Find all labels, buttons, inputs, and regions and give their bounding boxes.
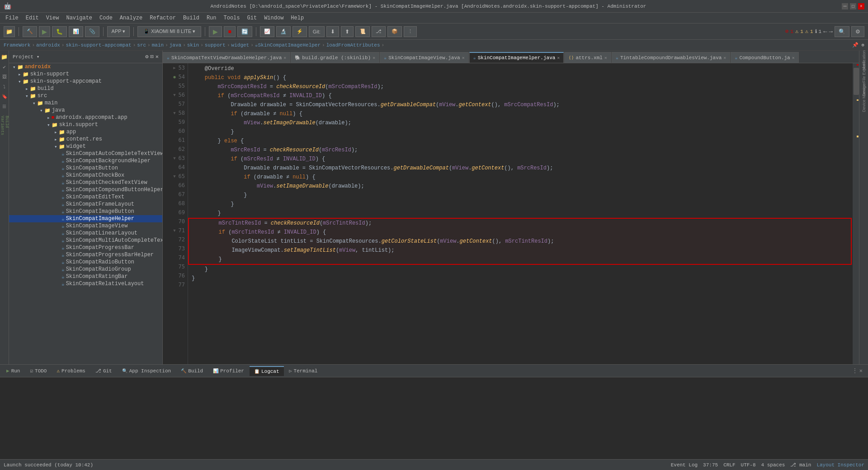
- tree-item-androidx[interactable]: ▾ 📁 androidx: [9, 63, 162, 70]
- coverage-btn[interactable]: 📈: [260, 26, 274, 37]
- tree-item-file-15[interactable]: ☕ SkinCompatRadioButton: [9, 258, 162, 266]
- tree-item-src[interactable]: ▾ 📁 src: [9, 92, 162, 99]
- bc-framework[interactable]: FrameWork: [4, 42, 30, 48]
- nav-forward-btn[interactable]: →: [829, 28, 833, 35]
- status-position[interactable]: 37:75: [703, 462, 718, 468]
- panel-settings-icon[interactable]: ⚙: [145, 53, 148, 60]
- tab-close[interactable]: ✕: [283, 55, 286, 61]
- tab-close[interactable]: ✕: [792, 55, 795, 61]
- tree-item-file-2[interactable]: ☕ SkinCompatButton: [9, 164, 162, 172]
- fold-icon[interactable]: ▼: [173, 111, 175, 115]
- vcs-push-btn[interactable]: ⬆: [341, 26, 354, 37]
- tree-item-app[interactable]: ▸ 📁 app: [9, 128, 162, 136]
- tree-item-file-12[interactable]: ☕ SkinCompatMultiAutoCompleteTextView: [9, 237, 162, 244]
- bc-method[interactable]: loadFromAttributes: [326, 42, 380, 48]
- menu-git[interactable]: Git: [244, 14, 261, 22]
- sidebar-buildvariants-icon[interactable]: Build Variants: [1, 116, 8, 143]
- tree-item-file-16[interactable]: ☕ SkinCompatRadioGroup: [9, 266, 162, 273]
- fold-icon[interactable]: ▼: [173, 156, 175, 160]
- tab-close[interactable]: ✕: [723, 55, 726, 61]
- menu-view[interactable]: View: [42, 14, 63, 22]
- fold-icon[interactable]: ▼: [173, 93, 175, 97]
- run-btn[interactable]: ▶: [39, 26, 50, 37]
- tree-item-file-13[interactable]: ☕ SkinCompatProgressBar: [9, 244, 162, 251]
- tree-item-widget[interactable]: ▾ 📁 widget: [9, 143, 162, 150]
- tree-item-file-7[interactable]: ☕ SkinCompatFrameLayout: [9, 201, 162, 208]
- run-app-btn[interactable]: ▶: [209, 26, 222, 37]
- bottom-tab-problems[interactable]: ⚠ Problems: [52, 366, 90, 376]
- tree-item-file-17[interactable]: ☕ SkinCompatRatingBar: [9, 273, 162, 280]
- tab-6[interactable]: ☕ CompoundButton.ja ✕: [731, 52, 798, 63]
- menu-run[interactable]: Run: [203, 14, 220, 22]
- tree-item-file-18[interactable]: ☕ SkinCompatRelativeLayout: [9, 280, 162, 287]
- tree-item-file-1[interactable]: ☕ SkinCompatBackgroundHelper: [9, 157, 162, 164]
- bottom-tab-appinspection[interactable]: 🔍 App Inspection: [118, 366, 175, 376]
- sidebar-project-icon[interactable]: 📁: [0, 52, 9, 61]
- tree-item-build[interactable]: ▸ 📁 build: [9, 85, 162, 92]
- bc-support[interactable]: support: [205, 42, 226, 48]
- tab-close[interactable]: ✕: [462, 55, 465, 61]
- sidebar-bookmarks-icon[interactable]: 🔖: [0, 92, 9, 101]
- menu-file[interactable]: File: [2, 14, 22, 22]
- tab-2[interactable]: ☕ SkinCompatImageView.java ✕: [380, 52, 469, 63]
- sync-btn[interactable]: 🔄: [237, 26, 252, 37]
- tree-item-file-0[interactable]: ☕ SkinCompatAutoCompleteTextView: [9, 150, 162, 157]
- sidebar-resource-icon[interactable]: 🖼: [0, 72, 9, 81]
- bc-widget[interactable]: widget: [231, 42, 250, 48]
- bottom-tab-git[interactable]: ⎇ Git: [91, 366, 117, 376]
- minimize-button[interactable]: ─: [842, 3, 848, 9]
- bc-skin-support-appcompat[interactable]: skin-support-appcompat: [66, 42, 131, 48]
- git-btn[interactable]: Git:: [309, 26, 325, 37]
- project-icon-btn[interactable]: 📁: [4, 26, 15, 37]
- tab-close[interactable]: ✕: [557, 55, 560, 61]
- attach-btn[interactable]: 📎: [85, 26, 99, 37]
- tab-5[interactable]: ☕ TintableCompoundDrawablesView.java ✕: [612, 52, 731, 63]
- panel-gear-icon[interactable]: ⊡: [151, 53, 154, 60]
- fold-icon[interactable]: ▼: [173, 174, 175, 179]
- bc-file[interactable]: SkinCompatImageHelper: [258, 42, 321, 48]
- tab-close[interactable]: ✕: [373, 55, 375, 61]
- tree-item-file-8[interactable]: ☕ SkinCompatImageButton: [9, 208, 162, 215]
- tab-1[interactable]: 🐘 build.gradle (:skinlib) ✕: [291, 52, 379, 63]
- status-charset[interactable]: UTF-8: [741, 462, 756, 468]
- app-selector[interactable]: APP ▾: [107, 26, 130, 37]
- tree-item-skin-support-appcompat[interactable]: ▾ 📁 skin-support-appcompat: [9, 78, 162, 85]
- bc-main[interactable]: main: [152, 42, 164, 48]
- status-crlf[interactable]: CRLF: [723, 462, 735, 468]
- tree-item-file-6[interactable]: ☕ SkinCompatEditText: [9, 193, 162, 201]
- vcs-branch-btn[interactable]: ⎇: [372, 26, 386, 37]
- status-layout-inspector[interactable]: Layout Inspector: [816, 462, 864, 468]
- tree-item-skin-support[interactable]: ▸ 📁 skin-support: [9, 70, 162, 78]
- search-everywhere-btn[interactable]: 🔍: [835, 26, 849, 37]
- tree-item-file-4[interactable]: ☕ SkinCompatCheckedTextView: [9, 179, 162, 186]
- more-actions-btn[interactable]: ⋮: [404, 26, 417, 37]
- maximize-button[interactable]: □: [850, 3, 856, 9]
- tree-item-file-5[interactable]: ☕ SkinCompatCompoundButtonHelper: [9, 186, 162, 193]
- device-selector[interactable]: 📱 XIAOMI MI 8 LITE ▾: [137, 26, 201, 37]
- bc-androidx[interactable]: androidx: [36, 42, 60, 48]
- tree-item-file-3[interactable]: ☕ SkinCompatCheckBox: [9, 172, 162, 179]
- fold-icon[interactable]: ◉: [173, 75, 175, 79]
- tree-item-content-res[interactable]: ▸ 📁 content.res: [9, 136, 162, 143]
- menu-help[interactable]: Help: [287, 14, 307, 22]
- bottom-tab-build[interactable]: 🔨 Build: [176, 366, 208, 376]
- close-button[interactable]: ×: [858, 3, 864, 9]
- right-device-manager[interactable]: Device Manager: [859, 90, 868, 104]
- status-event-log[interactable]: Event Log: [671, 462, 698, 468]
- inspect-btn[interactable]: 🔬: [276, 26, 291, 37]
- sidebar-structure-icon[interactable]: ☰: [0, 102, 9, 111]
- menu-analyze[interactable]: Analyze: [116, 14, 146, 22]
- vcs-shelf-btn[interactable]: 📦: [387, 26, 402, 37]
- bottom-panel-close[interactable]: ✕: [859, 367, 863, 374]
- vcs-update-btn[interactable]: ⬇: [326, 26, 339, 37]
- menu-edit[interactable]: Edit: [22, 14, 42, 22]
- vcs-history-btn[interactable]: 📜: [355, 26, 370, 37]
- sidebar-pullrequest-icon[interactable]: ⤵: [0, 82, 9, 91]
- scrollbar-thumb[interactable]: [854, 68, 859, 95]
- debug-btn[interactable]: 🐛: [52, 26, 67, 37]
- menu-build[interactable]: Build: [179, 14, 203, 22]
- panel-close-icon[interactable]: ✕: [156, 53, 159, 60]
- status-indent[interactable]: 4 spaces: [761, 462, 785, 468]
- bottom-tab-logcat[interactable]: 📋 Logcat: [250, 366, 284, 376]
- tab-close[interactable]: ✕: [604, 55, 607, 61]
